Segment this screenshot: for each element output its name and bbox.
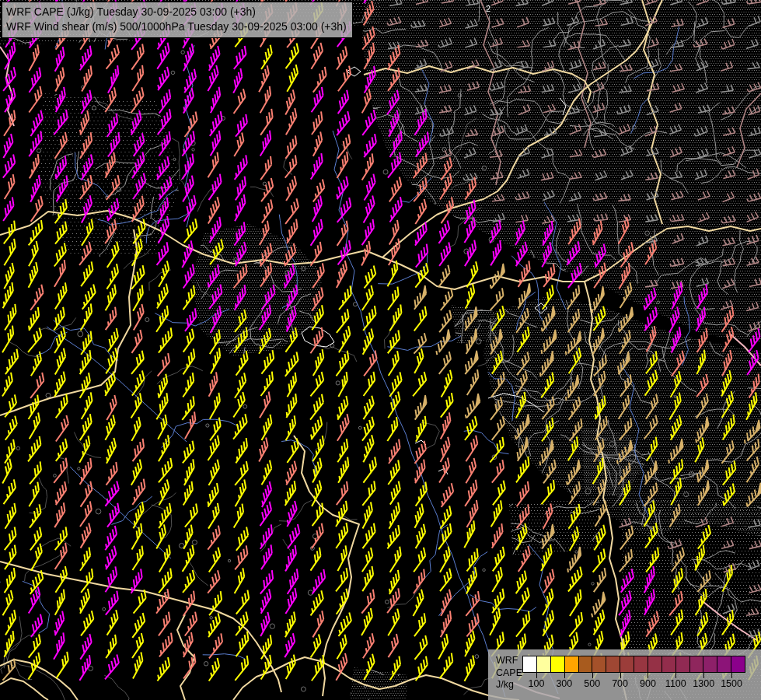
legend-tick xyxy=(731,673,732,678)
legend-tick xyxy=(675,673,676,678)
cape-colorbar-cell xyxy=(565,656,579,672)
weather-map-canvas xyxy=(0,0,761,700)
legend-label: WRF CAPE J/kg xyxy=(496,655,522,691)
legend-tick-label: 1100 xyxy=(665,678,686,689)
cape-colorbar xyxy=(522,656,745,673)
cape-colorbar-cell xyxy=(551,656,565,672)
cape-colorbar-cell xyxy=(592,656,606,672)
wrf-weather-map-frame: WRF CAPE (J/kg) Tuesday 30-09-2025 03:00… xyxy=(0,0,761,700)
legend-label-model: WRF xyxy=(496,655,522,667)
cape-legend: WRF CAPE J/kg 10030050070090011001300150… xyxy=(488,649,761,700)
legend-label-unit: J/kg xyxy=(496,679,522,691)
legend-tick xyxy=(536,673,537,678)
cape-colorbar-cell xyxy=(648,656,662,672)
cape-colorbar-cell xyxy=(537,656,551,672)
legend-tick xyxy=(648,673,648,678)
cape-colorbar-cell xyxy=(634,656,648,672)
cape-colorbar-cell xyxy=(717,656,731,672)
cape-colorbar-cell xyxy=(662,656,676,672)
cape-colorbar-cell xyxy=(523,656,537,672)
title-line-shear: WRF Wind shear (m/s) 500/1000hPa Tuesday… xyxy=(6,19,347,34)
cape-colorbar-cell xyxy=(620,656,634,672)
legend-tick-label: 700 xyxy=(612,678,628,689)
legend-tick-label: 900 xyxy=(640,678,656,689)
legend-label-variable: CAPE xyxy=(496,667,522,680)
cape-colorbar-cell xyxy=(703,656,717,672)
legend-tick xyxy=(564,673,565,678)
legend-tick-label: 300 xyxy=(556,678,572,689)
legend-tick-label: 1500 xyxy=(721,678,742,689)
legend-tick xyxy=(620,673,621,678)
cape-colorbar-cell xyxy=(731,656,745,672)
legend-tick-label: 100 xyxy=(529,678,545,689)
cape-colorbar-cell xyxy=(579,656,593,672)
title-bar: WRF CAPE (J/kg) Tuesday 30-09-2025 03:00… xyxy=(2,2,353,38)
cape-colorbar-cell xyxy=(690,656,704,672)
legend-tick xyxy=(592,673,593,678)
legend-tick xyxy=(703,673,704,678)
legend-tick-label: 500 xyxy=(584,678,600,689)
legend-tick-label: 1300 xyxy=(693,678,714,689)
cape-colorbar-cell xyxy=(606,656,620,672)
title-line-cape: WRF CAPE (J/kg) Tuesday 30-09-2025 03:00… xyxy=(6,5,347,19)
cape-colorbar-cell xyxy=(676,656,690,672)
